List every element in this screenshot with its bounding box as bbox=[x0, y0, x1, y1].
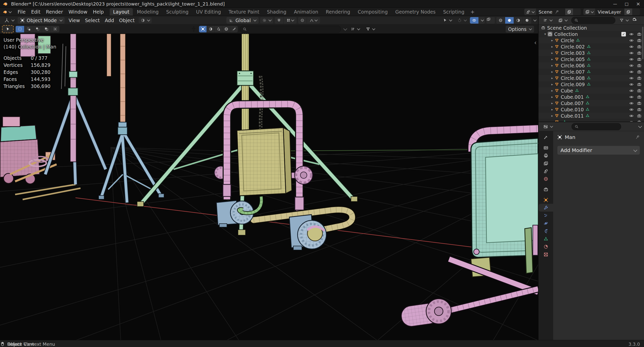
workspace-tab[interactable]: Texture Paint bbox=[225, 8, 263, 16]
asset-type-button[interactable] bbox=[207, 26, 215, 32]
viewport-menu-item[interactable]: View bbox=[66, 17, 83, 24]
pin-icon[interactable] bbox=[635, 135, 640, 139]
outliner-view-layer-dropdown[interactable] bbox=[556, 17, 569, 23]
workspace-tab[interactable]: UV Editing bbox=[192, 8, 224, 16]
expand-arrow-icon[interactable]: ▸ bbox=[550, 64, 555, 67]
menu-item[interactable]: File bbox=[15, 8, 28, 15]
expand-arrow-icon[interactable]: ▸ bbox=[550, 114, 555, 118]
overlays-dropdown[interactable] bbox=[479, 17, 485, 24]
render-visibility-icon[interactable] bbox=[637, 57, 641, 62]
minimize-button[interactable]: — bbox=[609, 0, 621, 8]
render-visibility-icon[interactable] bbox=[637, 76, 641, 80]
overlays-toggle[interactable] bbox=[470, 17, 479, 24]
render-visibility-icon[interactable] bbox=[637, 63, 641, 68]
viewport-menu-item[interactable]: Select bbox=[83, 17, 102, 24]
properties-tab[interactable] bbox=[539, 159, 553, 167]
properties-tab[interactable] bbox=[539, 167, 553, 175]
hide-eye-icon[interactable] bbox=[629, 44, 634, 49]
outliner-object-row[interactable]: ▸ Circle.003 bbox=[539, 50, 644, 56]
expand-arrow-icon[interactable]: ▸ bbox=[550, 70, 555, 74]
hide-eye-icon[interactable] bbox=[629, 76, 634, 80]
properties-search-input[interactable] bbox=[572, 123, 621, 130]
mode-dropdown[interactable]: Object Mode bbox=[18, 17, 65, 24]
select-mode-button[interactable] bbox=[24, 26, 33, 32]
snap-toggle-button[interactable] bbox=[275, 17, 284, 24]
expand-arrow-icon[interactable]: ▸ bbox=[550, 57, 555, 61]
collection-row[interactable]: ▾ Collection ✓ bbox=[539, 31, 644, 37]
outliner-object-row[interactable]: ▸ Circle.005 bbox=[539, 56, 644, 62]
expand-arrow-icon[interactable]: ▸ bbox=[550, 108, 555, 111]
properties-tab[interactable] bbox=[539, 133, 553, 141]
gizmos-dropdown[interactable] bbox=[455, 17, 468, 23]
shading-mode-button[interactable] bbox=[505, 17, 514, 24]
editor-type-button[interactable] bbox=[2, 17, 16, 24]
workspace-tab[interactable]: Sculpting bbox=[163, 8, 192, 16]
outliner-object-row[interactable]: ▸ Cube.011 bbox=[539, 113, 644, 119]
properties-tab[interactable] bbox=[539, 175, 553, 183]
workspace-tab[interactable]: Animation bbox=[290, 8, 322, 16]
object-visibility-dropdown[interactable] bbox=[441, 17, 454, 23]
properties-tab[interactable] bbox=[539, 152, 553, 159]
outliner-object-row[interactable]: ▸ Cube.001 bbox=[539, 94, 644, 100]
hide-eye-icon[interactable] bbox=[629, 51, 634, 55]
active-tool-button[interactable] bbox=[2, 25, 14, 33]
outliner-filter-dropdown[interactable] bbox=[617, 17, 630, 23]
properties-tab[interactable] bbox=[539, 204, 553, 212]
add-workspace-button[interactable]: + bbox=[468, 9, 477, 15]
render-visibility-icon[interactable] bbox=[637, 51, 641, 55]
hide-eye-icon[interactable] bbox=[629, 38, 634, 43]
render-visibility-icon[interactable] bbox=[637, 107, 641, 112]
menu-item[interactable]: Render bbox=[43, 8, 66, 15]
outliner-object-row[interactable]: ▸ Circle.007 bbox=[539, 69, 644, 75]
menu-item[interactable]: Help bbox=[90, 8, 106, 15]
scene-browse-button[interactable] bbox=[524, 9, 536, 15]
render-visibility-icon[interactable] bbox=[637, 38, 641, 43]
workspace-tab[interactable]: Layout bbox=[110, 8, 133, 16]
view-layer-browse-button[interactable] bbox=[583, 9, 595, 15]
hide-eye-icon[interactable] bbox=[629, 101, 634, 106]
outliner-search-input[interactable] bbox=[571, 17, 615, 24]
view-layer-name-field[interactable]: ViewLayer bbox=[595, 9, 624, 15]
new-collection-button[interactable] bbox=[632, 17, 641, 24]
outliner-object-row[interactable]: ▸ Circle.006 bbox=[539, 62, 644, 69]
hide-eye-icon[interactable] bbox=[629, 63, 634, 68]
select-mode-button[interactable] bbox=[16, 26, 24, 32]
hide-eye-icon[interactable] bbox=[629, 120, 634, 122]
maximize-button[interactable]: □ bbox=[621, 0, 632, 8]
view-layer-remove-button[interactable] bbox=[632, 9, 640, 15]
shading-mode-button[interactable] bbox=[496, 17, 505, 24]
render-visibility-icon[interactable] bbox=[637, 95, 641, 99]
shading-mode-button[interactable] bbox=[514, 17, 523, 24]
scene-collection-row[interactable]: Scene Collection bbox=[539, 25, 644, 31]
viewport-menu-item[interactable]: Add bbox=[102, 17, 116, 24]
view-layer-duplicate-button[interactable] bbox=[624, 9, 632, 15]
render-visibility-icon[interactable] bbox=[637, 70, 641, 74]
expand-arrow-icon[interactable]: ▸ bbox=[550, 120, 555, 122]
asset-type-button[interactable] bbox=[199, 26, 207, 32]
properties-tab[interactable] bbox=[539, 251, 553, 258]
hide-eye-icon[interactable] bbox=[629, 107, 634, 112]
close-button[interactable]: × bbox=[632, 0, 644, 8]
proportional-edit-toggle[interactable] bbox=[298, 17, 307, 24]
scene-duplicate-button[interactable] bbox=[565, 9, 573, 15]
outliner-object-row[interactable]: ▸ Circle.008 bbox=[539, 75, 644, 81]
outliner-object-row[interactable]: ▸ Circle.009 bbox=[539, 81, 644, 87]
expand-arrow-icon[interactable]: ▸ bbox=[550, 38, 555, 42]
outliner-object-row[interactable]: ▸ Circle bbox=[539, 37, 644, 43]
render-visibility-icon[interactable] bbox=[637, 32, 641, 36]
workspace-tab[interactable]: Shading bbox=[263, 8, 290, 16]
workspace-tab[interactable]: Rendering bbox=[322, 8, 354, 16]
outliner-object-row[interactable]: ▸ Circle.002 bbox=[539, 43, 644, 50]
render-visibility-icon[interactable] bbox=[637, 114, 641, 118]
render-visibility-icon[interactable] bbox=[637, 82, 641, 87]
expand-arrow-icon[interactable]: ▸ bbox=[550, 82, 555, 86]
display-settings-dropdown[interactable] bbox=[349, 26, 362, 32]
asset-search-input[interactable] bbox=[240, 26, 341, 33]
expand-arrow-icon[interactable]: ▸ bbox=[550, 101, 555, 105]
render-visibility-icon[interactable] bbox=[637, 120, 641, 122]
viewport-canvas[interactable]: User Perspective (140) Collection | Man … bbox=[0, 34, 538, 340]
select-mode-button[interactable] bbox=[51, 26, 59, 32]
collapse-arrow-icon[interactable]: ▾ bbox=[543, 32, 548, 36]
asset-type-button[interactable] bbox=[230, 26, 238, 32]
properties-tab[interactable] bbox=[539, 219, 553, 227]
